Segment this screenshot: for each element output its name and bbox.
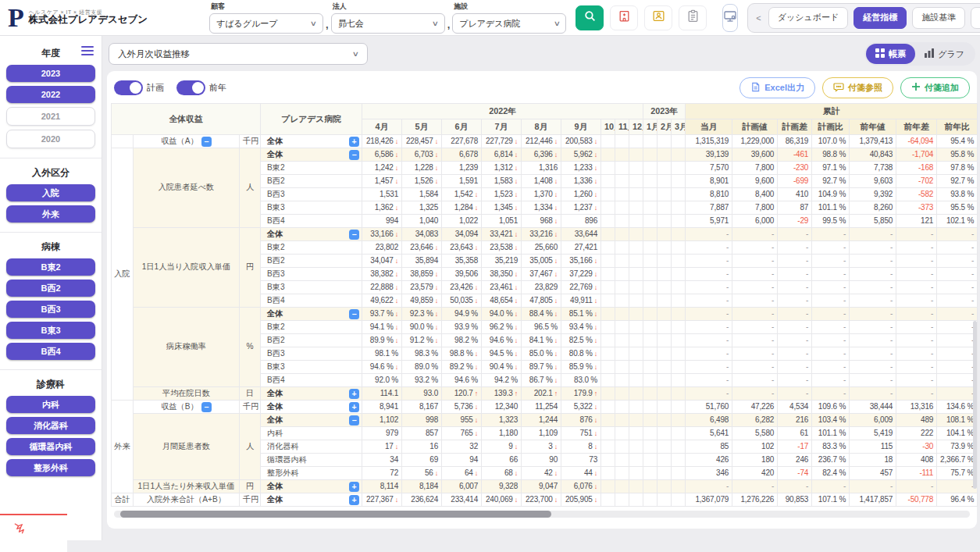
tab-3[interactable]: 病棟別 [971,7,980,29]
value-cell: 1,325 [402,201,442,215]
empty-cell [643,175,657,188]
value-cell: 1,260↓ [561,188,601,201]
cum-value-cell: - [850,480,896,493]
empty-cell [672,401,686,414]
chevron-down-icon: ∨ [352,50,359,58]
empty-cell [601,374,615,387]
cum-col-header: 計画差 [778,119,812,135]
switch-0[interactable]: 計画 [114,80,164,95]
sidebar-item-B東2[interactable]: B東2 [6,258,95,276]
empty-cell [643,467,657,480]
id-card-button[interactable] [644,5,672,30]
horizontal-scrollbar-thumb[interactable] [120,511,551,518]
unit-cell: 円 [240,480,261,493]
search-button[interactable] [576,5,604,30]
debugbar-toggle[interactable] [0,514,67,552]
expand-button[interactable]: + [349,402,359,412]
collapse-button[interactable]: − [349,230,359,240]
value-cell: 5,322↓ [561,401,601,414]
action-2[interactable]: 付箋追加 [900,77,970,98]
sidebar-item-外来[interactable]: 外来 [6,205,95,223]
sidebar-item-消化器科[interactable]: 消化器科 [6,417,95,434]
sidebar-item-2022[interactable]: 2022 [6,86,95,103]
month-header: 2月 [657,119,672,135]
action-1[interactable]: 付箋参照 [822,77,893,98]
cum-value-cell: - [850,334,896,347]
value-cell: 90.4 %↓ [482,361,522,374]
empty-cell [643,162,657,175]
value-cell: 6,396↓ [522,148,561,162]
cum-value-cell: - [850,241,896,255]
value-cell: 39,506 [442,268,482,281]
empty-cell [657,334,672,347]
sidebar-item-B西3[interactable]: B西3 [6,301,95,318]
value-cell: 1,040 [402,215,442,228]
value-cell: 34 [362,454,402,467]
value-cell: 23,643↓ [442,241,482,255]
expand-button[interactable]: + [349,389,359,399]
toggle-on-icon [176,80,205,95]
value-cell: 94 [442,454,482,467]
value-cell: 1,583↓ [482,175,522,188]
value-cell: 765↓ [442,427,482,440]
empty-cell [643,308,657,321]
collapse-button[interactable]: − [349,150,359,160]
value-cell: 34,047↓ [362,255,402,268]
empty-cell [629,162,643,175]
cum-value-cell: 6,000 [732,215,778,228]
sidebar-item-入院[interactable]: 入院 [6,184,95,201]
sidebar-item-B西4[interactable]: B西4 [6,343,95,360]
cum-col-header: 当月 [686,119,732,135]
cum-value-cell: 2,366.7 % [937,454,978,467]
view-toggle-1[interactable]: グラフ [915,44,974,64]
cum-value-cell: 73.9 % [937,440,978,454]
collapse-button[interactable]: − [201,402,212,412]
tab-2[interactable]: 施設基準 [912,7,965,29]
tab-1[interactable]: 経営指標 [853,7,907,29]
tab-0[interactable]: ダッシュボード [768,7,849,29]
value-cell: 1,542↓ [442,188,482,201]
expand-button[interactable]: + [349,495,359,505]
sidebar-item-循環器内科[interactable]: 循環器内科 [6,438,95,455]
value-cell: 93.2 % [402,374,442,387]
filter-select-2[interactable]: プレアデス病院∨ [452,13,566,34]
empty-cell [657,255,672,268]
expand-button[interactable]: + [349,482,359,492]
collapse-button[interactable]: − [349,309,359,319]
cum-value-cell: - [937,241,978,255]
report-select[interactable]: 入外月次収益推移 ∨ [109,43,368,65]
filter-select-1[interactable]: 昴七会∨ [331,13,445,34]
logo-mark: P [8,5,24,31]
cum-value-cell: - [937,281,978,294]
action-0[interactable]: Excel出力 [739,77,815,98]
value-cell: 98.2 % [442,334,482,347]
expand-button[interactable]: + [349,137,359,147]
cum-value-cell: - [937,334,978,347]
clipboard-button[interactable] [679,5,707,30]
sidebar-item-2021[interactable]: 2021 [6,107,95,126]
sidebar-item-内科[interactable]: 内科 [6,396,95,413]
switch-1[interactable]: 前年 [176,80,226,95]
vertical-scrollbar-thumb[interactable] [973,321,977,489]
menu-toggle-icon[interactable] [81,44,94,58]
sidebar-item-B東3[interactable]: B東3 [6,322,95,339]
sidebar-item-整形外科[interactable]: 整形外科 [6,459,95,476]
filter-select-0[interactable]: すばるグループ∨ [209,13,323,34]
cum-value-cell: -582 [896,188,937,201]
sidebar-item-2020[interactable]: 2020 [6,130,95,148]
value-cell: 34,094 [442,228,482,241]
hospital-button[interactable] [610,5,638,30]
chevron-down-icon: ∨ [553,20,560,27]
cum-value-cell: - [732,228,778,241]
tab-scroll-left-button[interactable]: < [754,13,762,23]
cum-value-cell: 489 [896,414,937,427]
view-toggle-0[interactable]: 帳票 [866,44,915,64]
collapse-button[interactable]: − [349,415,359,426]
value-cell: 12,340 [482,401,522,414]
empty-cell [615,294,629,308]
value-cell: 139.3↑ [482,387,522,401]
sidebar-item-2023[interactable]: 2023 [6,65,95,82]
system-settings-button[interactable] [722,4,738,32]
sidebar-item-B西2[interactable]: B西2 [6,280,95,297]
collapse-button[interactable]: − [201,137,212,147]
